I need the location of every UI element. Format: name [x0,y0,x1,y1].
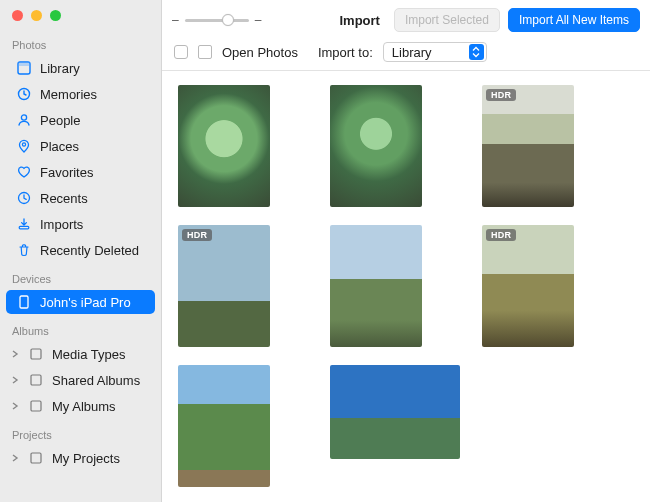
svg-rect-8 [31,349,41,359]
hdr-badge: HDR [486,89,516,101]
clock-icon [16,190,32,206]
slider-min-icon: – [172,13,179,27]
topbar: – – Import Import Selected Import All Ne… [162,0,650,38]
memories-icon [16,86,32,102]
sidebar-item-label: People [40,113,80,128]
window-controls [0,0,161,29]
sidebar: Photos Library Memories People Places [0,0,162,502]
svg-rect-6 [19,226,29,228]
svg-point-4 [22,143,25,146]
svg-point-3 [21,115,26,120]
sidebar-item-label: Memories [40,87,97,102]
section-label-albums: Albums [0,315,161,341]
photo-thumbnail[interactable]: HDR [482,225,574,347]
sidebar-item-recently-deleted[interactable]: Recently Deleted [6,238,155,262]
sidebar-item-favorites[interactable]: Favorites [6,160,155,184]
sidebar-item-shared-albums[interactable]: Shared Albums [6,368,155,392]
chevron-right-icon [10,402,20,410]
sidebar-item-label: Library [40,61,80,76]
import-destination-select[interactable]: Library [383,42,487,62]
sidebar-item-imports[interactable]: Imports [6,212,155,236]
photo-thumbnail[interactable]: HDR [178,225,270,347]
sidebar-item-label: Shared Albums [52,373,140,388]
sidebar-item-label: Media Types [52,347,125,362]
album-icon [28,372,44,388]
hdr-badge: HDR [486,229,516,241]
tab-import[interactable]: Import [339,13,379,28]
chevron-right-icon [10,454,20,462]
heart-icon [16,164,32,180]
library-icon [16,60,32,76]
svg-rect-9 [31,375,41,385]
close-window[interactable] [12,10,23,21]
photo-thumbnail[interactable] [330,85,422,207]
sidebar-item-label: Recently Deleted [40,243,139,258]
slider-max-icon: – [255,13,262,27]
section-label-projects: Projects [0,419,161,445]
places-icon [16,138,32,154]
photo-thumbnail[interactable] [178,85,270,207]
people-icon [16,112,32,128]
sidebar-item-library[interactable]: Library [6,56,155,80]
sidebar-item-label: My Projects [52,451,120,466]
svg-rect-10 [31,401,41,411]
photo-thumbnail[interactable] [330,365,460,459]
album-icon [28,398,44,414]
import-icon [16,216,32,232]
minimize-window[interactable] [31,10,42,21]
thumbnail-size-slider[interactable] [185,19,249,22]
svg-rect-7 [20,296,28,308]
photo-thumbnail[interactable] [330,225,422,347]
app-window: Photos Library Memories People Places [0,0,650,502]
sidebar-item-memories[interactable]: Memories [6,82,155,106]
svg-rect-11 [31,453,41,463]
sidebar-item-places[interactable]: Places [6,134,155,158]
open-photos-label: Open Photos [222,45,298,60]
photo-thumbnail[interactable] [178,365,270,487]
sidebar-item-label: Favorites [40,165,93,180]
section-label-devices: Devices [0,263,161,289]
album-icon [28,450,44,466]
trash-icon [16,242,32,258]
thumbnail-size-control: – – [172,13,261,27]
main-pane: – – Import Import Selected Import All Ne… [162,0,650,502]
sidebar-item-label: My Albums [52,399,116,414]
sidebar-item-my-projects[interactable]: My Projects [6,446,155,470]
sidebar-item-media-types[interactable]: Media Types [6,342,155,366]
chevron-right-icon [10,350,20,358]
select-value: Library [392,45,432,60]
import-all-new-button[interactable]: Import All New Items [508,8,640,32]
chevron-right-icon [10,376,20,384]
thumbnail-grid: HDRHDRHDR [162,71,650,502]
sidebar-item-device[interactable]: John's iPad Pro [6,290,155,314]
hdr-badge: HDR [182,229,212,241]
sidebar-item-my-albums[interactable]: My Albums [6,394,155,418]
import-toolbar: Open Photos Import to: Library [162,38,650,71]
section-label-photos: Photos [0,29,161,55]
sidebar-item-recents[interactable]: Recents [6,186,155,210]
ipad-icon [16,294,32,310]
import-to-label: Import to: [318,45,373,60]
sidebar-item-label: Recents [40,191,88,206]
open-photos-checkbox[interactable] [198,45,212,59]
select-arrows-icon [469,44,484,60]
sidebar-item-people[interactable]: People [6,108,155,132]
sidebar-item-label: Imports [40,217,83,232]
photo-thumbnail[interactable]: HDR [482,85,574,207]
select-all-checkbox[interactable] [174,45,188,59]
zoom-window[interactable] [50,10,61,21]
import-selected-button[interactable]: Import Selected [394,8,500,32]
album-icon [28,346,44,362]
sidebar-item-label: Places [40,139,79,154]
sidebar-item-label: John's iPad Pro [40,295,131,310]
svg-rect-1 [18,62,30,66]
